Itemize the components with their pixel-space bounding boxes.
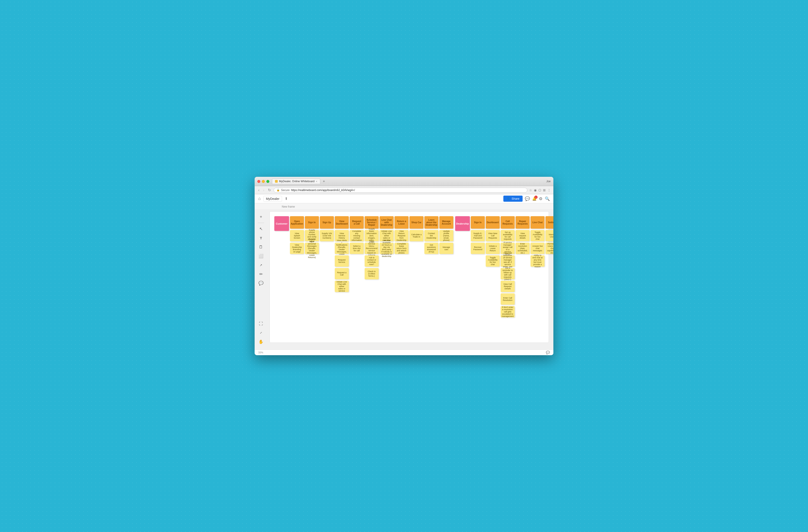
request-service-note[interactable]: Request Service: [335, 255, 349, 267]
col-repair-requests: Repair Requests View request details Ent…: [516, 216, 530, 254]
escalate-call-note[interactable]: If don't enter a resolution: call gets e…: [501, 306, 515, 317]
browser-toolbar-icons: ☆ ◉ ⬡ ⊞ ⋮: [529, 188, 551, 192]
minimize-button[interactable]: [262, 180, 265, 183]
contact-dealership-note[interactable]: Contact the Dealership: [424, 230, 438, 241]
request-a-call-note[interactable]: Request a Call: [350, 216, 364, 228]
sign-in-customer-note[interactable]: Sign In: [305, 216, 319, 228]
live-chat-note[interactable]: Live Chat with Dealership: [380, 216, 393, 228]
check-in-note[interactable]: Check in (Collect forms.): [365, 268, 379, 279]
ask-contact-note[interactable]: Ask to contact or schedule now?: [365, 255, 379, 267]
share-button[interactable]: 👤 Share: [503, 196, 522, 202]
toolbar-right: 👤 Share 💬 🔔 1 ⚙ 🔍: [503, 196, 550, 202]
manage-users-note[interactable]: Manage Users: [546, 230, 553, 241]
bookmark-icon[interactable]: ☆: [529, 188, 532, 192]
faq-note[interactable]: Get questions answered (FAQ): [424, 243, 438, 254]
fullscreen-tool[interactable]: ⛶: [257, 320, 265, 328]
lock-icon: 🔒: [277, 188, 280, 191]
set-availability-note[interactable]: Set up availability for call requests: [501, 230, 515, 241]
cursor-tool[interactable]: ↖: [257, 225, 265, 233]
repair-requests-note[interactable]: Repair Requests: [516, 216, 530, 228]
forward-button[interactable]: ›: [262, 188, 265, 192]
return-lease-note[interactable]: Return a Lease: [394, 216, 408, 228]
request-call-note[interactable]: Request a Call: [335, 268, 349, 279]
manage-account-note[interactable]: Manage Account: [439, 216, 453, 228]
view-dashboard-note[interactable]: View Dashboard: [335, 216, 349, 228]
complete-contact-note[interactable]: Complete any missing contact information: [350, 230, 364, 241]
board-frame: Customer Open Application View Splash Sc…: [270, 212, 549, 343]
rect-tool[interactable]: ⬜: [257, 252, 265, 260]
live-chat-available-note[interactable]: Live chat available 24 hours a day via t…: [380, 243, 393, 254]
select-timeslot-note[interactable]: Select a time slot for call: [350, 243, 364, 254]
view-new-call-note[interactable]: View New Call Requests: [486, 230, 500, 241]
supply-vin-note[interactable]: Supply VIN (User 6/8 numbers): [320, 230, 334, 241]
view-alerts-note[interactable]: View Alerts / Notifications (Recalls, De…: [335, 243, 349, 254]
apps-icon[interactable]: ⊞: [543, 188, 546, 192]
close-button[interactable]: [257, 180, 260, 183]
view-return-request-note[interactable]: View Return Request from Dealership: [394, 230, 408, 241]
active-tab[interactable]: MyDealer, Online Whiteboard ×: [272, 179, 320, 184]
account-icon[interactable]: ◉: [534, 188, 537, 192]
arrow-tool[interactable]: ↗: [257, 261, 265, 269]
view-dealership-branding-note[interactable]: View Dealership Branding on page: [290, 243, 304, 254]
back-button[interactable]: ‹: [257, 188, 260, 192]
pen-tool[interactable]: ✏: [257, 270, 265, 278]
enter-resolution-note[interactable]: Enter resolution (date, scheduled, etc.): [516, 243, 530, 254]
initiate-livechat-note[interactable]: Initiate Live Chat with either sales or …: [335, 281, 349, 292]
title-bar: MyDealer, Online Whiteboard × + Joe: [255, 177, 553, 186]
schedule-service-note[interactable]: Schedule Service / Repair: [365, 216, 379, 228]
initiate-lease-return-note[interactable]: Initiate a Lease Return: [486, 243, 500, 254]
tab-close-button[interactable]: ×: [316, 180, 317, 183]
get-reminder-note[interactable]: Get a reminder to follow up with call re…: [501, 268, 515, 279]
shop-car-note[interactable]: Shop Car: [409, 216, 423, 228]
home-icon[interactable]: ⌂: [258, 196, 261, 201]
notification-badge[interactable]: 🔔 1: [532, 197, 537, 201]
cast-icon[interactable]: ⬡: [538, 188, 541, 192]
permission-users-note[interactable]: Permission Users (live chat capabilities…: [546, 243, 553, 254]
supply-email-note[interactable]: Supply E-mail and Password: [471, 230, 485, 241]
maximize-button[interactable]: [267, 180, 269, 183]
view-call-requests-note[interactable]: View Call Requests (if service manager s…: [501, 255, 515, 267]
view-splash-screen-note[interactable]: View Splash Screen: [290, 230, 304, 241]
sign-in-dealer-note[interactable]: Sign In: [471, 216, 485, 228]
add-tool[interactable]: +: [257, 213, 265, 221]
view-request-details-note[interactable]: View request details: [516, 230, 530, 241]
supply-basic-info-note[interactable]: Supply Basic information (text, images, …: [365, 230, 379, 241]
complete-lease-form-note[interactable]: Complete lease return form and attach ph…: [394, 243, 408, 254]
chat-corner-icon[interactable]: 💬: [546, 351, 550, 354]
supply-other-personal-note[interactable]: Supply other personal Messages (Recalls,…: [305, 243, 319, 254]
view-call-request-details-note[interactable]: View Call Request Details: [501, 281, 515, 292]
new-tab-button[interactable]: +: [322, 179, 326, 183]
dashboard-note[interactable]: Dashboard: [486, 216, 500, 228]
settings-note[interactable]: Settings: [546, 216, 553, 228]
text-tool[interactable]: T: [257, 234, 265, 242]
comment-tool[interactable]: 💬: [257, 279, 265, 287]
ability-end-chat-note[interactable]: Ability to end chat at any time but must…: [531, 255, 545, 267]
view-service-menu-note[interactable]: View Service Menu; Recommend service bas…: [365, 243, 379, 254]
recover-password-note[interactable]: Recover Password: [471, 243, 485, 254]
manage-cars-note[interactable]: Manage cars: [439, 243, 453, 254]
learn-dealership-note[interactable]: Learn about the Dealership: [424, 216, 438, 228]
call-requests-note[interactable]: Call Requests: [501, 216, 515, 228]
toggle-availability-note[interactable]: Toggle Availability for live chat: [486, 255, 500, 267]
enter-call-resolution-note[interactable]: Enter Call Resolution: [501, 293, 515, 305]
sticky-tool[interactable]: 🗒: [257, 243, 265, 251]
canvas-area: + ↖ T 🗒 ⬜ ↗ ✏ 💬 ⛶ ⤢ ✋: [255, 209, 553, 350]
zoom-out-tool[interactable]: ⤢: [257, 329, 265, 337]
open-application-note[interactable]: Open Application: [290, 216, 304, 228]
comment-toolbar-icon[interactable]: 💬: [525, 196, 530, 201]
calculate-tradein-note[interactable]: Calculate a Trade-In: [409, 230, 423, 241]
frame-label: New frame: [255, 203, 553, 209]
more-icon[interactable]: ⋮: [548, 188, 551, 192]
sign-up-note[interactable]: Sign Up: [320, 216, 334, 228]
update-profile-note[interactable]: Update profile (name, email, phone): [439, 230, 453, 241]
refresh-button[interactable]: ↻: [267, 187, 272, 192]
live-chat-dealer-note[interactable]: Live Chat: [531, 216, 545, 228]
search-icon[interactable]: 🔍: [545, 196, 550, 201]
hand-tool[interactable]: ✋: [257, 338, 265, 346]
tab-bar: MyDealer, Online Whiteboard × +: [272, 179, 546, 184]
settings-icon[interactable]: ⚙: [539, 196, 543, 201]
export-icon[interactable]: ⬆: [285, 197, 288, 201]
answer-livechat-note[interactable]: Answer live chat messages: [531, 243, 545, 254]
toggle-availability-livechat-note[interactable]: Toggle Availability for live chat: [531, 230, 545, 241]
address-field[interactable]: 🔒 Secure https://realtimeboard.com/app/b…: [274, 188, 527, 192]
